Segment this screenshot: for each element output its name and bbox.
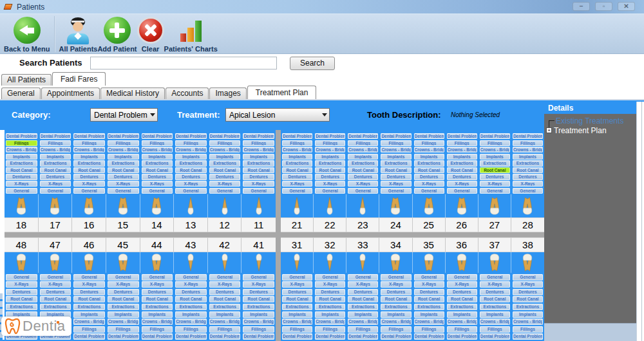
treatment-button-dental-problems-16[interactable]: Dental Problems (73, 133, 105, 139)
treatment-button-implants-27[interactable]: Implants (480, 154, 510, 160)
treatment-dropdown[interactable]: Apical Lesion (225, 108, 330, 122)
tooth-image-41[interactable] (242, 252, 276, 273)
treatment-button-dentures-13[interactable]: Dentures (175, 174, 207, 180)
treatment-button-x-rays-32[interactable]: X-Rays (315, 281, 345, 288)
add-patient-button[interactable]: Add Patient (97, 14, 137, 54)
treatment-button-implants-37[interactable]: Implants (480, 311, 510, 318)
treatment-button-fillings-25[interactable]: Fillings (414, 140, 444, 146)
treatment-button-crowns-bridges-37[interactable]: Crowns - Bridges (480, 318, 510, 325)
treatment-button-general-18[interactable]: General (6, 188, 37, 194)
treatment-button-root-canal-13[interactable]: Root Canal (175, 167, 207, 173)
treatment-button-dentures-34[interactable]: Dentures (381, 289, 411, 295)
treatment-button-crowns-bridges-36[interactable]: Crowns - Bridges (447, 318, 477, 325)
tooth-image-33[interactable] (346, 252, 379, 273)
tooth-number-36[interactable]: 36 (446, 237, 478, 252)
treatment-button-general-13[interactable]: General (175, 188, 207, 194)
tooth-image-32[interactable] (314, 252, 346, 273)
treatment-button-extractions-45[interactable]: Extractions (108, 304, 139, 310)
tooth-number-24[interactable]: 24 (379, 217, 412, 232)
treatment-button-implants-32[interactable]: Implants (315, 311, 345, 318)
treatment-button-crowns-bridges-24[interactable]: Crowns - Bridges (381, 147, 411, 152)
treatment-button-root-canal-32[interactable]: Root Canal (315, 296, 345, 302)
treatment-button-x-rays-44[interactable]: X-Rays (142, 281, 173, 288)
tooth-number-16[interactable]: 16 (72, 217, 106, 232)
treatment-button-crowns-bridges-31[interactable]: Crowns - Bridges (282, 318, 312, 325)
treatment-button-fillings-35[interactable]: Fillings (414, 326, 444, 333)
treatment-button-general-23[interactable]: General (348, 188, 378, 194)
treatment-button-general-45[interactable]: General (108, 274, 139, 281)
treatment-button-dentures-31[interactable]: Dentures (282, 289, 312, 295)
treatment-button-extractions-25[interactable]: Extractions (414, 160, 444, 166)
treatment-button-extractions-44[interactable]: Extractions (142, 304, 173, 310)
treatment-button-dental-problems-18[interactable]: Dental Problems (6, 133, 37, 139)
treatment-button-dental-problems-22[interactable]: Dental Problems (315, 133, 345, 139)
treatment-button-x-rays-12[interactable]: X-Rays (209, 181, 241, 187)
treatment-button-extractions-47[interactable]: Extractions (40, 304, 71, 310)
treatment-button-crowns-bridges-27[interactable]: Crowns - Bridges (480, 147, 510, 152)
treatment-button-fillings-38[interactable]: Fillings (513, 326, 543, 333)
treatment-button-extractions-34[interactable]: Extractions (381, 304, 411, 310)
treatment-button-general-46[interactable]: General (73, 274, 105, 281)
treatment-button-crowns-bridges-46[interactable]: Crowns - Bridges (73, 318, 105, 325)
treatment-button-x-rays-21[interactable]: X-Rays (282, 181, 312, 187)
treatment-button-dentures-46[interactable]: Dentures (73, 289, 105, 295)
treatment-button-fillings-11[interactable]: Fillings (243, 140, 274, 146)
treatment-button-general-17[interactable]: General (40, 188, 71, 194)
treatment-button-extractions-28[interactable]: Extractions (513, 160, 543, 166)
tooth-image-14[interactable] (140, 194, 175, 217)
treatment-button-dentures-24[interactable]: Dentures (381, 174, 411, 180)
treatment-button-implants-35[interactable]: Implants (414, 311, 444, 318)
treatment-button-dentures-42[interactable]: Dentures (209, 289, 241, 295)
treatment-button-fillings-13[interactable]: Fillings (175, 140, 207, 146)
tooth-number-17[interactable]: 17 (39, 217, 73, 232)
tooth-number-26[interactable]: 26 (446, 217, 478, 232)
tooth-image-46[interactable] (72, 252, 106, 273)
treatment-button-general-21[interactable]: General (282, 188, 312, 194)
treatment-button-dentures-27[interactable]: Dentures (480, 174, 510, 180)
tooth-number-42[interactable]: 42 (208, 237, 242, 252)
treatment-button-fillings-43[interactable]: Fillings (175, 326, 207, 333)
treatment-button-general-42[interactable]: General (209, 274, 241, 281)
tooth-image-13[interactable] (174, 194, 208, 217)
treatment-button-root-canal-43[interactable]: Root Canal (175, 296, 207, 302)
treatment-button-implants-45[interactable]: Implants (108, 311, 139, 318)
treatment-button-implants-24[interactable]: Implants (381, 154, 411, 160)
treatment-button-dentures-11[interactable]: Dentures (243, 174, 274, 180)
treatment-button-fillings-36[interactable]: Fillings (447, 326, 477, 333)
treatment-button-crowns-bridges-25[interactable]: Crowns - Bridges (414, 147, 444, 152)
treatment-button-fillings-27[interactable]: Fillings (480, 140, 510, 146)
treatment-button-x-rays-16[interactable]: X-Rays (73, 181, 105, 187)
treatment-button-general-11[interactable]: General (243, 188, 274, 194)
treatment-button-implants-18[interactable]: Implants (6, 154, 37, 160)
treatment-button-implants-21[interactable]: Implants (282, 154, 312, 160)
treatment-button-fillings-28[interactable]: Fillings (513, 140, 543, 146)
treatment-button-crowns-bridges-28[interactable]: Crowns - Bridges (513, 147, 543, 152)
tooth-image-34[interactable] (379, 252, 412, 273)
treatment-button-dentures-16[interactable]: Dentures (73, 174, 105, 180)
treatment-button-fillings-42[interactable]: Fillings (209, 326, 241, 333)
treatment-button-general-27[interactable]: General (480, 188, 510, 194)
tooth-number-21[interactable]: 21 (281, 217, 314, 232)
treatment-button-dental-problems-36[interactable]: Dental Problems (447, 333, 477, 340)
tooth-image-15[interactable] (106, 194, 140, 217)
treatment-button-fillings-33[interactable]: Fillings (348, 326, 378, 333)
treatment-button-dental-problems-15[interactable]: Dental Problems (108, 133, 139, 139)
treatment-button-x-rays-43[interactable]: X-Rays (175, 281, 207, 288)
treatment-button-fillings-16[interactable]: Fillings (73, 140, 105, 146)
tooth-number-38[interactable]: 38 (511, 237, 544, 252)
treatment-button-implants-17[interactable]: Implants (40, 154, 71, 160)
treatment-button-extractions-17[interactable]: Extractions (40, 160, 71, 166)
tooth-image-42[interactable] (208, 252, 242, 273)
treatment-button-dental-problems-26[interactable]: Dental Problems (447, 133, 477, 139)
treatment-button-implants-44[interactable]: Implants (142, 311, 173, 318)
tooth-image-45[interactable] (106, 252, 140, 273)
tooth-image-18[interactable] (5, 194, 39, 217)
treatment-button-dental-problems-14[interactable]: Dental Problems (142, 133, 173, 139)
treatment-button-x-rays-33[interactable]: X-Rays (348, 281, 378, 288)
treatment-button-crowns-bridges-42[interactable]: Crowns - Bridges (209, 318, 241, 325)
treatment-button-root-canal-31[interactable]: Root Canal (282, 296, 312, 302)
tooth-number-22[interactable]: 22 (314, 217, 346, 232)
treatment-button-crowns-bridges-26[interactable]: Crowns - Bridges (447, 147, 477, 152)
tooth-image-28[interactable] (511, 194, 544, 217)
treatment-button-dentures-32[interactable]: Dentures (315, 289, 345, 295)
